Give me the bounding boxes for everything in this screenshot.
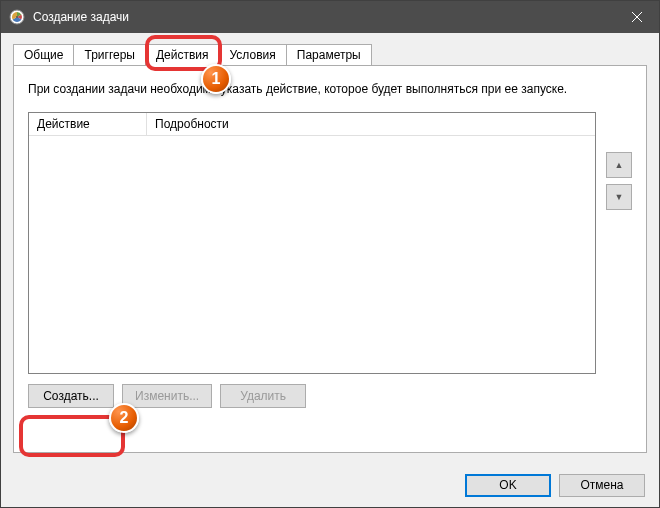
actions-panel: При создании задачи необходимо указать д… xyxy=(13,65,647,453)
window-title: Создание задачи xyxy=(33,10,129,24)
delete-button: Удалить xyxy=(220,384,306,408)
dialog-footer: OK Отмена xyxy=(1,463,659,507)
tab-general[interactable]: Общие xyxy=(13,44,74,65)
table-header: Действие Подробности xyxy=(29,113,595,136)
close-button[interactable] xyxy=(614,1,659,33)
titlebar: Создание задачи xyxy=(1,1,659,33)
action-buttons-row: Создать... Изменить... Удалить xyxy=(28,384,632,408)
actions-table[interactable]: Действие Подробности xyxy=(28,112,596,374)
arrow-up-icon: ▲ xyxy=(615,160,624,170)
dialog-window: Создание задачи Общие Триггеры Действия … xyxy=(0,0,660,508)
dialog-content: Общие Триггеры Действия Условия Параметр… xyxy=(1,33,659,463)
tab-bar: Общие Триггеры Действия Условия Параметр… xyxy=(13,41,647,65)
arrow-down-icon: ▼ xyxy=(615,192,624,202)
move-up-button[interactable]: ▲ xyxy=(606,152,632,178)
tab-triggers[interactable]: Триггеры xyxy=(73,44,146,65)
task-scheduler-icon xyxy=(9,9,25,25)
reorder-buttons: ▲ ▼ xyxy=(606,112,632,374)
move-down-button[interactable]: ▼ xyxy=(606,184,632,210)
cancel-button[interactable]: Отмена xyxy=(559,474,645,497)
instruction-text: При создании задачи необходимо указать д… xyxy=(28,82,632,96)
column-action[interactable]: Действие xyxy=(29,113,147,135)
tab-actions[interactable]: Действия xyxy=(145,44,220,66)
tab-parameters[interactable]: Параметры xyxy=(286,44,372,65)
svg-point-1 xyxy=(16,16,18,18)
table-area: Действие Подробности ▲ ▼ xyxy=(28,112,632,374)
edit-button: Изменить... xyxy=(122,384,212,408)
create-button[interactable]: Создать... xyxy=(28,384,114,408)
ok-button[interactable]: OK xyxy=(465,474,551,497)
tab-conditions[interactable]: Условия xyxy=(219,44,287,65)
column-details[interactable]: Подробности xyxy=(147,113,595,135)
